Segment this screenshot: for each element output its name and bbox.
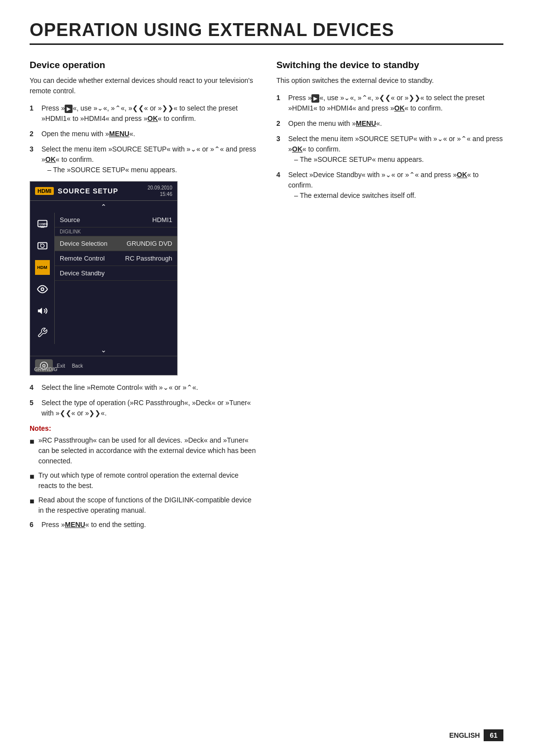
sidebar-hdmi-icon: HDM [35, 260, 50, 275]
device-standby-label: Device Standby [60, 269, 105, 277]
left-step-5: Select the type of operation (»RC Passth… [30, 398, 257, 418]
right-steps-list: Press »▶«, use »⌄«, »⌃«, »❮❮« or »❯❯« to… [276, 93, 503, 201]
ok-key-r3: OK [292, 145, 303, 153]
menu-row-source: Source HDMI1 [55, 213, 177, 227]
menu-title: SOURCE SETUP [58, 187, 118, 195]
notes-heading: Notes: [30, 424, 257, 432]
note-item-3: ■ Read about the scope of functions of t… [30, 495, 257, 516]
page-title: OPERATION USING EXTERNAL DEVICES [30, 20, 503, 45]
menu-body: COMFORT GUIDE [30, 213, 177, 344]
remote-control-label: Remote Control [60, 255, 105, 262]
menu-header: HDMI SOURCE SETUP 20.09.2010 15:46 [30, 182, 177, 201]
left-step-6-content: Press »MENU« to end the setting. [41, 520, 257, 530]
note-bullet-2: ■ [30, 471, 35, 483]
hdmi-badge: HDMI [35, 187, 54, 195]
left-step-4-content: Select the line »Remote Control« with »⌄… [41, 382, 257, 393]
menu-footer-labels: Exit Back [57, 363, 83, 369]
footer-language: ENGLISH [449, 731, 480, 739]
sidebar-sound-icon [35, 303, 50, 318]
menu-mockup: HDMI SOURCE SETUP 20.09.2010 15:46 ⌃ [30, 181, 178, 376]
ok-key: OK [148, 114, 158, 122]
device-selection-value: GRUNDIG DVD [127, 240, 172, 247]
two-column-layout: Device operation You can decide whether … [30, 60, 503, 535]
left-step-1-content: Press »▶«, use »⌄«, »⌃«, »❮❮« or »❯❯« to… [41, 103, 257, 124]
right-step-4: Select »Device Standby« with »⌄« or »⌃« … [276, 170, 503, 201]
ok-key-2: OK [45, 155, 56, 163]
left-step-3-content: Select the menu item »SOURCE SETUP« with… [41, 144, 257, 175]
ok-key-r1: OK [394, 104, 405, 112]
svg-point-7 [41, 288, 44, 291]
note-text-3: Read about the scope of functions of the… [38, 495, 257, 516]
left-step-2: Open the menu with »MENU«. [30, 129, 257, 139]
device-selection-label: Device Selection [60, 240, 108, 247]
right-step-2: Open the menu with »MENU«. [276, 118, 503, 129]
sidebar-photo-icon [35, 238, 50, 253]
left-step-4: Select the line »Remote Control« with »⌄… [30, 382, 257, 393]
menu-datetime: 20.09.2010 15:46 [148, 185, 172, 197]
remote-control-value: RC Passthrough [125, 255, 172, 262]
right-step-3: Select the menu item »SOURCE SETUP« with… [276, 134, 503, 165]
menu-arrow-down: ⌄ [30, 344, 177, 356]
left-step-6: Press »MENU« to end the setting. [30, 520, 257, 530]
right-step-2-content: Open the menu with »MENU«. [288, 118, 503, 129]
menu-date: 20.09.2010 [148, 185, 172, 191]
right-step-1-content: Press »▶«, use »⌄«, »⌃«, »❮❮« or »❯❯« to… [288, 93, 503, 113]
note-bullet-3: ■ [30, 495, 35, 507]
left-section-heading: Device operation [30, 60, 257, 71]
grundig-brand: GRUNDIG [34, 367, 57, 372]
menu-row-remote-control: Remote Control RC Passthrough [55, 251, 177, 266]
page-footer: ENGLISH 61 [449, 729, 503, 741]
right-step-4-sub: – The external device switches itself of… [288, 190, 503, 201]
left-step-2-content: Open the menu with »MENU«. [41, 129, 257, 139]
left-column: Device operation You can decide whether … [30, 60, 257, 535]
menu-header-left: HDMI SOURCE SETUP [35, 187, 118, 195]
footer-page-number: 61 [484, 729, 503, 741]
right-step-1: Press »▶«, use »⌄«, »⌃«, »❮❮« or »❯❯« to… [276, 93, 503, 113]
notes-list: ■ »RC Passthrough« can be used for all d… [30, 435, 257, 516]
left-step-5-content: Select the type of operation (»RC Passth… [41, 398, 257, 418]
svg-point-6 [40, 243, 41, 244]
menu-sidebar: COMFORT GUIDE [30, 213, 55, 344]
right-step-3-sub: – The »SOURCE SETUP« menu appears. [288, 154, 503, 165]
menu-row-device-selection: Device Selection GRUNDIG DVD [55, 236, 177, 251]
ok-key-r4: OK [457, 171, 467, 179]
menu-row-device-standby: Device Standby [55, 266, 177, 281]
left-step-6-list: Press »MENU« to end the setting. [30, 520, 257, 530]
source-label: Source [60, 216, 80, 224]
menu-arrow-up: ⌃ [30, 201, 177, 213]
left-steps-list: Press »▶«, use »⌄«, »⌃«, »❮❮« or »❯❯« to… [30, 103, 257, 175]
right-column: Switching the device to standby This opt… [276, 60, 503, 206]
left-step-3: Select the menu item »SOURCE SETUP« with… [30, 144, 257, 175]
right-section-heading: Switching the device to standby [276, 60, 503, 71]
page-container: OPERATION USING EXTERNAL DEVICES Device … [0, 0, 533, 565]
left-step-1: Press »▶«, use »⌄«, »⌃«, »❮❮« or »❯❯« to… [30, 103, 257, 124]
right-step-4-content: Select »Device Standby« with »⌄« or »⌃« … [288, 170, 503, 201]
svg-rect-4 [38, 243, 46, 249]
menu-content: Source HDMI1 DIGILINK Device Selection G… [55, 213, 177, 344]
menu-footer: Exit Back [30, 356, 177, 375]
left-section-intro: You can decide whether external devices … [30, 76, 257, 96]
note-item-1: ■ »RC Passthrough« can be used for all d… [30, 435, 257, 466]
sidebar-comfort-icon: COMFORT GUIDE [35, 217, 50, 231]
hdmi-label: HDM [37, 265, 47, 270]
note-item-2: ■ Try out which type of remote control o… [30, 470, 257, 491]
left-steps-continued: Select the line »Remote Control« with »⌄… [30, 382, 257, 418]
menu-empty-space [55, 281, 177, 305]
left-step-3-sub: – The »SOURCE SETUP« menu appears. [41, 165, 257, 175]
right-step-3-content: Select the menu item »SOURCE SETUP« with… [288, 134, 503, 165]
footer-back: Back [72, 363, 83, 369]
svg-point-5 [40, 244, 44, 247]
note-bullet-1: ■ [30, 436, 35, 448]
menu-digilink-label: DIGILINK [55, 227, 177, 236]
sidebar-eye-icon [35, 282, 50, 297]
footer-exit: Exit [57, 363, 65, 369]
source-value: HDMI1 [152, 216, 172, 224]
menu-key: MENU [109, 130, 129, 138]
note-text-1: »RC Passthrough« can be used for all dev… [38, 435, 257, 466]
svg-text:GUIDE: GUIDE [39, 226, 45, 227]
menu-key-r: MENU [356, 119, 376, 127]
menu-key-end: MENU [65, 521, 85, 529]
note-text-2: Try out which type of remote control ope… [38, 470, 257, 491]
right-section-intro: This option switches the external device… [276, 76, 503, 86]
remote-button-icon-r: ▶ [311, 94, 319, 103]
